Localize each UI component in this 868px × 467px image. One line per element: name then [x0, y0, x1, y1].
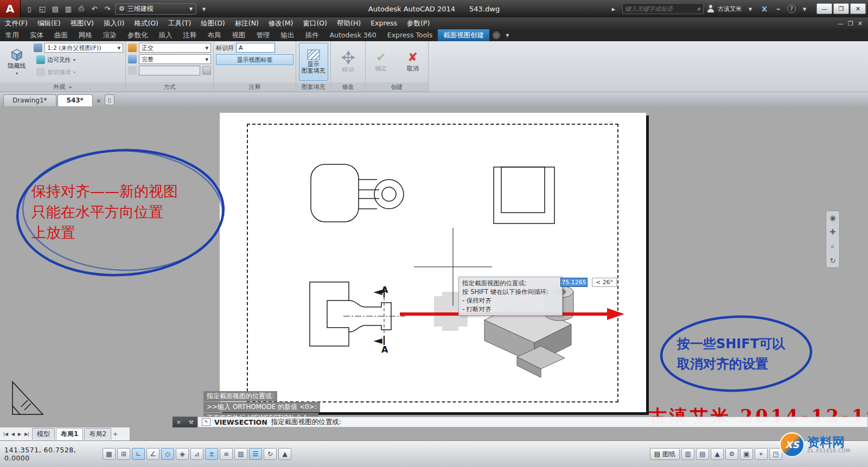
- lineweight-toggle[interactable]: ≡: [220, 448, 233, 460]
- ribbon-tab-express-tools[interactable]: Express Tools: [382, 29, 438, 41]
- ribbon-tab-layout[interactable]: 布局: [202, 29, 227, 41]
- ribbon-tab-section-view-creation[interactable]: 截面视图创建: [438, 29, 489, 41]
- ribbon-tab-home[interactable]: 常用: [0, 29, 24, 41]
- qat-customize-icon[interactable]: ▾: [199, 3, 209, 14]
- dynamic-input-toggle[interactable]: ±: [205, 448, 218, 460]
- menu-item-tools[interactable]: 工具(T): [163, 17, 196, 29]
- ribbon-tab-autodesk360[interactable]: Autodesk 360: [324, 29, 382, 41]
- menu-item-window[interactable]: 窗口(O): [298, 17, 332, 29]
- panel-appearance-label[interactable]: 外观 »: [0, 82, 125, 92]
- close-button[interactable]: ✕: [850, 3, 866, 14]
- infocenter-arrow-icon[interactable]: ▸: [608, 3, 619, 14]
- communication-center-icon[interactable]: ⌁: [773, 3, 784, 14]
- redo-icon[interactable]: ↷: [102, 3, 113, 14]
- steering-wheel-icon[interactable]: ◉: [829, 214, 835, 222]
- quick-view-drawings-button[interactable]: ▤: [696, 448, 709, 460]
- signin-user-name[interactable]: 古滇艾米: [718, 5, 742, 13]
- isolate-objects-button[interactable]: ⌖: [755, 448, 768, 460]
- save-as-icon[interactable]: ▥: [63, 3, 74, 14]
- file-tab-543[interactable]: 543*: [58, 94, 93, 106]
- drawing-area[interactable]: A A: [0, 106, 868, 440]
- pan-icon[interactable]: ✚: [830, 228, 836, 236]
- menu-item-format[interactable]: 格式(O): [129, 17, 163, 29]
- help-icon[interactable]: ?: [787, 4, 796, 13]
- next-layout-icon[interactable]: ▶: [16, 432, 23, 437]
- orbit-icon[interactable]: ↻: [830, 257, 836, 265]
- cancel-button[interactable]: ✘ 取消: [400, 43, 426, 81]
- command-close-icon[interactable]: ✕: [176, 419, 181, 425]
- transparency-toggle[interactable]: ▨: [234, 448, 247, 460]
- ok-button[interactable]: ✔ 确定: [368, 43, 394, 81]
- ribbon-tab-plugins[interactable]: 插件: [300, 29, 324, 41]
- ribbon-tab-output[interactable]: 输出: [276, 29, 300, 41]
- menu-item-express[interactable]: Express: [366, 17, 402, 29]
- depth-slider-icon[interactable]: [202, 66, 211, 75]
- paper-model-toggle[interactable]: ▤ 图纸: [650, 448, 680, 460]
- polar-toggle[interactable]: ∠: [146, 448, 159, 460]
- view-scale-select[interactable]: 1:2 (来自父视图(F)) ▾: [44, 43, 123, 53]
- exchange-apps-icon[interactable]: X: [759, 3, 770, 14]
- doc-restore-icon[interactable]: ❐: [848, 20, 853, 27]
- panel-create-label[interactable]: 创建: [366, 82, 428, 92]
- quick-properties-toggle[interactable]: ☰: [249, 448, 262, 460]
- search-input[interactable]: [625, 5, 697, 12]
- ribbon-tab-mesh[interactable]: 网格: [73, 29, 98, 41]
- menu-item-help[interactable]: 帮助(H): [332, 17, 366, 29]
- ribbon-tab-view[interactable]: 视图: [227, 29, 251, 41]
- osnap-toggle[interactable]: ◇: [161, 448, 174, 460]
- menu-item-file[interactable]: 文件(F): [0, 17, 33, 29]
- ortho-toggle[interactable]: ∟: [132, 448, 145, 460]
- section-type-select[interactable]: 正交 ▾: [139, 43, 211, 53]
- plot-icon[interactable]: ⎙: [76, 3, 87, 14]
- help-search[interactable]: ⌕: [622, 3, 704, 14]
- move-button[interactable]: 移动: [334, 43, 363, 81]
- section-depth-select[interactable]: 完整 ▾: [139, 54, 211, 64]
- panel-annotation-label[interactable]: 注释: [214, 82, 296, 92]
- new-drawing-tab-icon[interactable]: ▯: [105, 94, 114, 105]
- tab-model[interactable]: 模型: [32, 428, 55, 440]
- dynamic-ucs-toggle[interactable]: ⊿: [190, 448, 203, 460]
- menu-item-parametric[interactable]: 参数(P): [402, 17, 435, 29]
- hidden-lines-button[interactable]: 隐藏线 ▾: [2, 43, 31, 81]
- command-tools-icon[interactable]: ⚒: [189, 419, 194, 425]
- ribbon-tab-render[interactable]: 渲染: [98, 29, 122, 41]
- show-hatch-button[interactable]: 显示 图案填充: [299, 43, 328, 81]
- panel-method-label[interactable]: 方式: [126, 82, 213, 92]
- command-line-handle[interactable]: ✕ ⚒: [173, 417, 197, 427]
- ribbon-tab-solid[interactable]: 实体: [24, 29, 49, 41]
- application-menu-button[interactable]: A: [0, 0, 21, 17]
- search-icon[interactable]: ⌕: [697, 5, 701, 12]
- osnap3d-toggle[interactable]: ◈: [176, 448, 189, 460]
- restore-button[interactable]: ❐: [833, 3, 849, 14]
- user-menu-caret-icon[interactable]: ▾: [745, 3, 756, 14]
- distance-input[interactable]: 75.1265: [560, 278, 588, 287]
- ribbon-tab-insert[interactable]: 插入: [154, 29, 178, 41]
- open-file-icon[interactable]: ◱: [37, 3, 48, 14]
- ribbon-options-icon[interactable]: [492, 30, 501, 40]
- menu-item-edit[interactable]: 编辑(E): [33, 17, 66, 29]
- grid-toggle[interactable]: ⊞: [117, 448, 130, 460]
- edge-visibility-button[interactable]: 边可见性 ▾: [34, 54, 123, 65]
- ribbon-tab-annotate[interactable]: 注释: [178, 29, 202, 41]
- file-tab-drawing1[interactable]: Drawing1*: [3, 94, 56, 106]
- undo-icon[interactable]: ↶: [89, 3, 100, 14]
- annotation-monitor-toggle[interactable]: ▲: [278, 448, 291, 460]
- menu-item-draw[interactable]: 绘图(D): [196, 17, 229, 29]
- quick-view-layouts-button[interactable]: ▥: [681, 448, 694, 460]
- lock-ui-button[interactable]: ▣: [740, 448, 753, 460]
- tab-layout2[interactable]: 布局2: [84, 428, 111, 440]
- zoom-icon[interactable]: ⌕: [831, 242, 834, 251]
- workspace-selector[interactable]: ⚙ 三维建模 ▾: [115, 3, 196, 15]
- ribbon-tab-surface[interactable]: 曲面: [49, 29, 73, 41]
- last-layout-icon[interactable]: ▶|: [23, 432, 31, 437]
- show-view-label-button[interactable]: 显示视图标签: [216, 54, 293, 65]
- panel-modify-label[interactable]: 修改: [331, 82, 365, 92]
- panel-expand-icon[interactable]: »: [68, 83, 72, 92]
- new-layout-icon[interactable]: +: [111, 431, 119, 438]
- command-input-row[interactable]: ✎ VIEWSECTION 指定截面视图的位置或:: [197, 417, 868, 427]
- panel-hatch-label[interactable]: 图案填充: [296, 82, 330, 92]
- file-tab-close-icon[interactable]: ✕: [94, 95, 104, 106]
- doc-close-icon[interactable]: ✕: [858, 20, 863, 27]
- save-icon[interactable]: ▤: [50, 3, 61, 14]
- tab-layout1[interactable]: 布局1: [56, 428, 83, 440]
